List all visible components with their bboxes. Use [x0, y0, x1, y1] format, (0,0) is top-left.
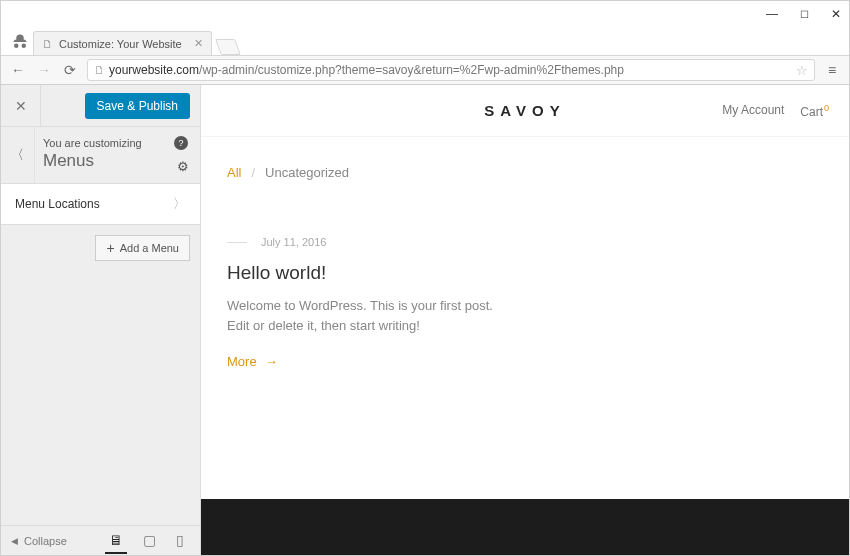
panel-title: Menus	[43, 151, 186, 171]
customizer-sidebar: ✕ Save & Publish 〈 You are customizing M…	[1, 85, 201, 555]
gear-icon[interactable]: ⚙	[177, 159, 189, 174]
cart-link[interactable]: Cart0	[800, 103, 829, 119]
panel-back-button[interactable]: 〈	[1, 127, 35, 183]
site-logo[interactable]: SAVOY	[484, 102, 565, 119]
post-excerpt: Welcome to WordPress. This is your first…	[227, 296, 507, 336]
menu-locations-item[interactable]: Menu Locations 〉	[1, 184, 200, 225]
post-title[interactable]: Hello world!	[227, 262, 823, 284]
customizer-panel-header: 〈 You are customizing Menus ? ⚙	[1, 127, 200, 184]
site-preview: SAVOY My Account Cart0 All / Uncategoriz…	[201, 85, 849, 555]
window-minimize-button[interactable]: —	[765, 7, 779, 21]
site-footer	[201, 499, 849, 555]
browser-menu-button[interactable]: ≡	[823, 62, 841, 78]
customizer-header: ✕ Save & Publish	[1, 85, 200, 127]
help-icon[interactable]: ?	[174, 136, 188, 150]
close-customizer-button[interactable]: ✕	[1, 85, 41, 126]
back-button[interactable]: ←	[9, 62, 27, 78]
menu-locations-label: Menu Locations	[15, 197, 100, 211]
address-bar[interactable]: 🗋 yourwebsite.com/wp-admin/customize.php…	[87, 59, 815, 81]
browser-tab[interactable]: 🗋 Customize: Your Website ✕	[33, 31, 212, 55]
url-path: /wp-admin/customize.php?theme=savoy&retu…	[199, 63, 624, 77]
post-date: July 11, 2016	[261, 236, 326, 248]
mobile-preview-button[interactable]: ▯	[172, 528, 188, 554]
tab-title: Customize: Your Website	[59, 38, 182, 50]
save-publish-button[interactable]: Save & Publish	[85, 93, 190, 119]
site-header: SAVOY My Account Cart0	[201, 85, 849, 137]
tablet-preview-button[interactable]: ▢	[139, 528, 160, 554]
collapse-button[interactable]: ◀ Collapse	[1, 535, 77, 547]
browser-tabstrip: 🗋 Customize: Your Website ✕	[1, 27, 849, 55]
url-host: yourwebsite.com	[109, 63, 199, 77]
site-content: All / Uncategorized July 11, 2016 Hello …	[201, 137, 849, 459]
bookmark-icon[interactable]: ☆	[796, 63, 808, 78]
incognito-icon	[7, 29, 33, 55]
tab-close-icon[interactable]: ✕	[194, 37, 203, 50]
device-preview-toggle: 🖥 ▢ ▯	[105, 528, 200, 554]
browser-toolbar: ← → ⟳ 🗋 yourwebsite.com/wp-admin/customi…	[1, 55, 849, 85]
desktop-preview-button[interactable]: 🖥	[105, 528, 127, 554]
breadcrumb: All / Uncategorized	[227, 165, 823, 180]
plus-icon: +	[106, 241, 114, 255]
page-icon: 🗋	[42, 38, 53, 50]
add-menu-label: Add a Menu	[120, 242, 179, 254]
window-titlebar: — ☐ ✕	[1, 1, 849, 27]
post-meta: July 11, 2016	[227, 236, 823, 248]
collapse-icon: ◀	[11, 536, 18, 546]
window-maximize-button[interactable]: ☐	[797, 7, 811, 21]
breadcrumb-category[interactable]: Uncategorized	[265, 165, 349, 180]
reload-button[interactable]: ⟳	[61, 62, 79, 78]
chevron-right-icon: 〉	[173, 195, 186, 213]
cart-count: 0	[824, 103, 829, 113]
read-more-link[interactable]: More →	[227, 354, 823, 369]
window-close-button[interactable]: ✕	[829, 7, 843, 21]
breadcrumb-all[interactable]: All	[227, 165, 241, 180]
you-are-customizing-label: You are customizing	[43, 137, 186, 149]
forward-button[interactable]: →	[35, 62, 53, 78]
my-account-link[interactable]: My Account	[722, 103, 784, 119]
meta-dash	[227, 242, 247, 243]
site-info-icon[interactable]: 🗋	[94, 64, 105, 76]
new-tab-button[interactable]	[215, 39, 241, 55]
customizer-footer: ◀ Collapse 🖥 ▢ ▯	[1, 525, 200, 555]
collapse-label: Collapse	[24, 535, 67, 547]
add-menu-button[interactable]: + Add a Menu	[95, 235, 190, 261]
breadcrumb-separator: /	[251, 165, 255, 180]
arrow-right-icon: →	[265, 354, 278, 369]
customizer-body: + Add a Menu	[1, 225, 200, 525]
